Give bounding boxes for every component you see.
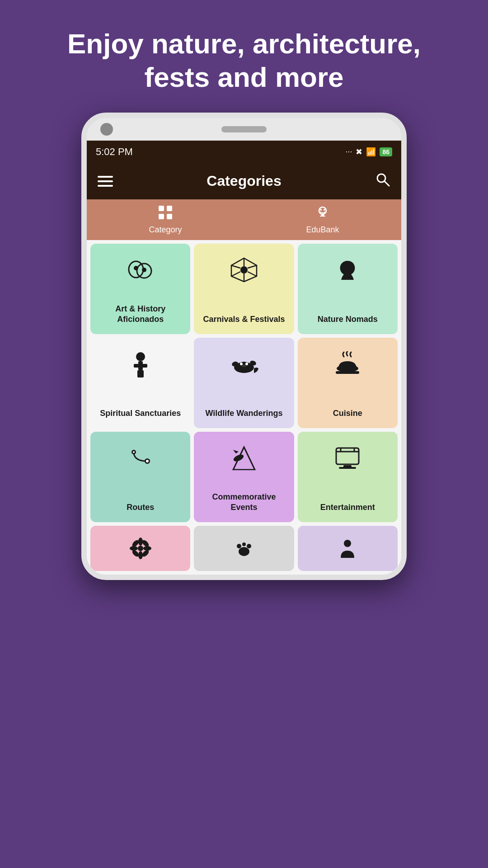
category-card-spiritual[interactable]: Spiritual Sanctuaries: [90, 338, 190, 428]
tab-edubank[interactable]: EduBank: [244, 205, 401, 235]
art-history-icon: [127, 257, 154, 287]
categories-grid: Art & History Aficionados: [87, 240, 401, 526]
category-card-carnivals[interactable]: Carnivals & Festivals: [194, 244, 294, 334]
phone-camera: [100, 123, 113, 136]
category-card-entertainment[interactable]: Entertainment: [298, 432, 398, 522]
partial-card-flowers[interactable]: [90, 526, 190, 571]
svg-point-16: [240, 266, 248, 274]
svg-rect-9: [321, 214, 324, 216]
routes-icon: [127, 445, 154, 476]
svg-point-50: [130, 546, 138, 551]
svg-line-22: [231, 272, 240, 276]
svg-rect-35: [336, 371, 359, 374]
partial-card-person[interactable]: [298, 526, 398, 571]
svg-rect-25: [134, 364, 147, 368]
svg-point-13: [134, 266, 138, 270]
category-tab-icon: [158, 205, 173, 223]
svg-point-60: [344, 540, 351, 547]
svg-line-1: [385, 181, 389, 186]
carnivals-icon: [230, 257, 258, 288]
category-card-cuisine[interactable]: Cuisine: [298, 338, 398, 428]
phone-top-bar: [87, 118, 401, 141]
search-button[interactable]: [375, 172, 390, 190]
tab-bar: Category EduBank: [87, 199, 401, 240]
svg-point-32: [245, 363, 248, 365]
svg-point-38: [146, 460, 149, 462]
svg-point-14: [142, 268, 146, 272]
tab-edubank-label: EduBank: [306, 225, 339, 235]
hero-section: Enjoy nature, architecture, fests and mo…: [0, 0, 488, 113]
tab-category[interactable]: Category: [87, 205, 244, 235]
svg-line-21: [248, 265, 257, 268]
category-card-routes[interactable]: Routes: [90, 432, 190, 522]
svg-point-56: [239, 547, 249, 556]
commemorative-label: Commemorative Events: [199, 492, 288, 513]
menu-button[interactable]: [98, 176, 113, 187]
cuisine-icon: [334, 351, 361, 382]
wildlife-icon: [229, 351, 259, 381]
entertainment-icon: [334, 445, 361, 475]
svg-point-7: [320, 209, 322, 211]
svg-rect-46: [339, 467, 356, 469]
category-card-nature[interactable]: Nature Nomads: [298, 244, 398, 334]
svg-point-40: [233, 453, 245, 462]
svg-point-47: [138, 546, 143, 551]
commemorative-icon: [230, 445, 258, 476]
wifi-icon: 📶: [366, 147, 376, 157]
svg-point-31: [240, 363, 243, 365]
svg-point-51: [143, 546, 151, 551]
svg-point-49: [138, 551, 143, 559]
battery-icon: 86: [380, 147, 392, 156]
svg-line-20: [248, 272, 257, 276]
svg-point-57: [237, 544, 241, 548]
art-history-label: Art & History Aficionados: [96, 304, 185, 325]
spiritual-label: Spiritual Sanctuaries: [100, 408, 181, 419]
svg-point-39: [133, 451, 135, 453]
edubank-tab-icon: [315, 205, 330, 223]
hero-title: Enjoy nature, architecture, fests and mo…: [0, 0, 488, 113]
category-card-wildlife[interactable]: Wildlife Wanderings: [194, 338, 294, 428]
svg-rect-26: [137, 370, 144, 377]
wildlife-label: Wildlife Wanderings: [205, 408, 282, 419]
status-bar: 5:02 PM ··· ✖ 📶 86: [87, 141, 401, 163]
svg-rect-41: [336, 448, 359, 464]
partial-card-paws[interactable]: [194, 526, 294, 571]
svg-rect-5: [167, 214, 172, 219]
svg-rect-10: [320, 216, 325, 217]
toolbar: Categories: [87, 163, 401, 199]
category-card-commemorative[interactable]: Commemorative Events: [194, 432, 294, 522]
status-time: 5:02 PM: [96, 146, 133, 158]
svg-point-8: [324, 209, 325, 211]
bottom-partial-row: [87, 526, 401, 575]
phone-screen: 5:02 PM ··· ✖ 📶 86 Categories: [87, 141, 401, 575]
svg-rect-4: [159, 214, 164, 219]
signal-icon: ✖: [356, 147, 362, 157]
carnivals-label: Carnivals & Festivals: [203, 314, 285, 325]
svg-point-59: [242, 542, 246, 546]
phone-speaker: [221, 126, 267, 132]
phone-frame: 5:02 PM ··· ✖ 📶 86 Categories: [81, 113, 407, 580]
spiritual-icon: [129, 351, 152, 384]
status-icons: ··· ✖ 📶 86: [345, 147, 392, 157]
cuisine-label: Cuisine: [333, 408, 362, 419]
category-card-art-history[interactable]: Art & History Aficionados: [90, 244, 190, 334]
toolbar-title: Categories: [206, 173, 281, 189]
svg-point-33: [242, 364, 246, 367]
svg-point-58: [247, 544, 251, 548]
routes-label: Routes: [127, 502, 154, 513]
tab-category-label: Category: [149, 225, 182, 235]
svg-rect-3: [167, 206, 172, 211]
svg-rect-2: [159, 206, 164, 211]
svg-point-48: [138, 538, 143, 546]
nature-icon: [335, 257, 360, 288]
svg-line-19: [231, 265, 240, 268]
dots-icon: ···: [345, 147, 352, 156]
nature-label: Nature Nomads: [318, 314, 378, 325]
svg-point-23: [136, 352, 145, 361]
entertainment-label: Entertainment: [320, 502, 375, 513]
